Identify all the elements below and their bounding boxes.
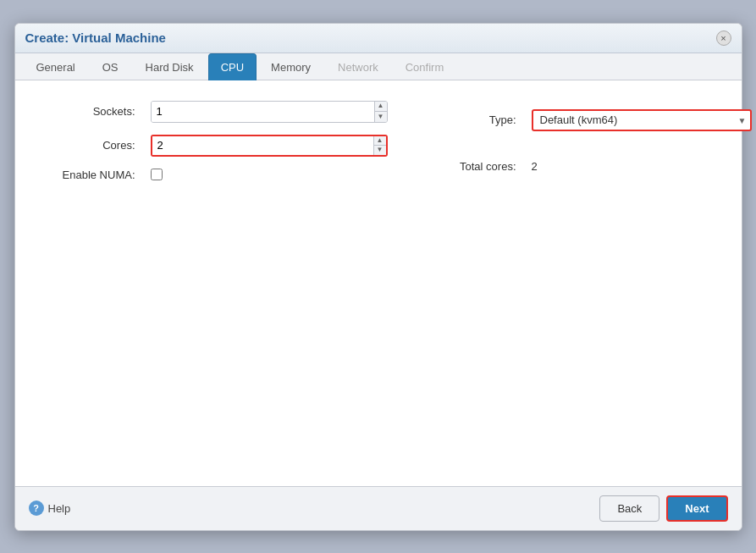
left-column: Sockets: ▲ ▼ Cores: bbox=[41, 101, 388, 181]
total-cores-value: 2 bbox=[532, 160, 752, 173]
dialog-header: Create: Virtual Machine × bbox=[15, 24, 742, 53]
dialog-body: Sockets: ▲ ▼ Cores: bbox=[15, 80, 742, 486]
dialog-footer: ? Help Back Next bbox=[15, 486, 742, 530]
tab-hard-disk[interactable]: Hard Disk bbox=[133, 53, 207, 80]
type-label: Type: bbox=[422, 113, 523, 126]
sockets-down[interactable]: ▼ bbox=[375, 112, 387, 122]
type-select-wrapper: Default (kvm64) host kvm32 kvm64 x86-64-… bbox=[532, 109, 752, 131]
back-button[interactable]: Back bbox=[599, 495, 659, 522]
tab-network: Network bbox=[325, 53, 391, 80]
dialog-title: Create: Virtual Machine bbox=[25, 30, 166, 45]
sockets-input-wrapper: ▲ ▼ bbox=[151, 101, 388, 123]
tab-confirm: Confirm bbox=[393, 53, 457, 80]
type-select[interactable]: Default (kvm64) host kvm32 kvm64 x86-64-… bbox=[532, 109, 752, 131]
enable-numa-checkbox[interactable] bbox=[151, 169, 163, 180]
tab-os[interactable]: OS bbox=[90, 53, 131, 80]
tab-bar: General OS Hard Disk CPU Memory Network … bbox=[15, 53, 742, 80]
tab-general[interactable]: General bbox=[24, 53, 88, 80]
sockets-spinbox: ▲ ▼ bbox=[151, 101, 388, 123]
right-column: Type: Default (kvm64) host kvm32 kvm64 x… bbox=[422, 101, 752, 181]
total-cores-label: Total cores: bbox=[422, 160, 523, 173]
cores-arrows: ▲ ▼ bbox=[373, 136, 386, 155]
sockets-up[interactable]: ▲ bbox=[375, 102, 387, 113]
close-button[interactable]: × bbox=[716, 30, 731, 46]
cores-spinbox: ▲ ▼ bbox=[151, 135, 388, 157]
cores-input[interactable] bbox=[152, 136, 373, 155]
enable-numa-wrapper bbox=[151, 169, 388, 180]
cpu-form: Sockets: ▲ ▼ Cores: bbox=[41, 101, 716, 181]
next-button[interactable]: Next bbox=[666, 495, 727, 522]
cores-down[interactable]: ▼ bbox=[374, 146, 386, 155]
enable-numa-label: Enable NUMA: bbox=[41, 169, 142, 181]
help-label: Help bbox=[48, 502, 71, 515]
cores-label: Cores: bbox=[41, 139, 142, 152]
sockets-input[interactable] bbox=[152, 102, 374, 122]
help-button[interactable]: ? Help bbox=[29, 500, 71, 516]
create-vm-dialog: Create: Virtual Machine × General OS Har… bbox=[14, 23, 742, 531]
help-icon: ? bbox=[29, 500, 44, 516]
tab-cpu[interactable]: CPU bbox=[208, 53, 257, 80]
tab-memory[interactable]: Memory bbox=[258, 53, 323, 80]
sockets-arrows: ▲ ▼ bbox=[374, 102, 387, 122]
cores-input-wrapper: ▲ ▼ bbox=[151, 135, 388, 157]
sockets-label: Sockets: bbox=[41, 105, 142, 118]
footer-buttons: Back Next bbox=[599, 495, 727, 522]
cores-up[interactable]: ▲ bbox=[374, 136, 386, 147]
